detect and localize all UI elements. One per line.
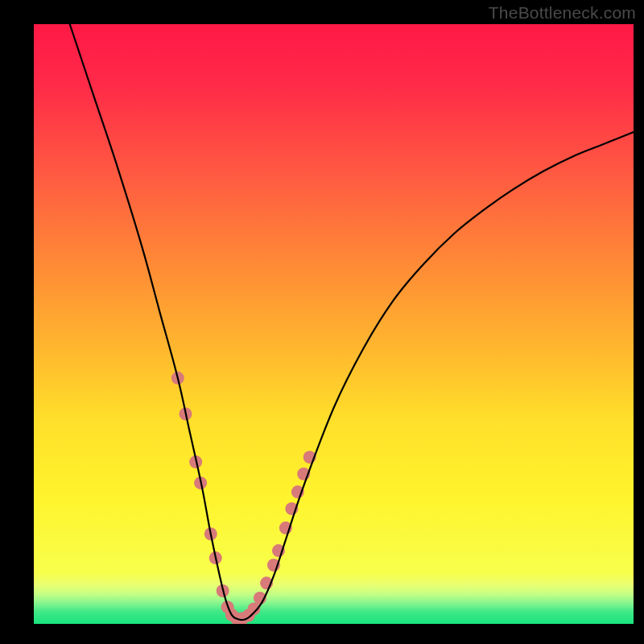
bottleneck-curve: [70, 24, 634, 620]
curve-overlay: [34, 24, 634, 624]
plot-area: [34, 24, 634, 624]
watermark-label: TheBottleneck.com: [489, 3, 636, 23]
chart-frame: TheBottleneck.com: [0, 0, 644, 644]
marker-layer: [171, 372, 316, 624]
